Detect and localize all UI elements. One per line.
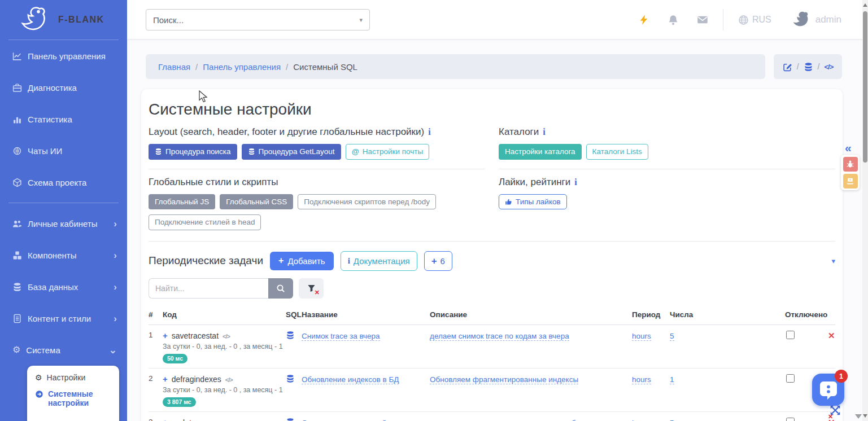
info-icon[interactable]: i	[543, 127, 545, 137]
scroll-down-arrow[interactable]	[863, 414, 867, 418]
submenu-item-system-settings[interactable]: Системные настройки	[35, 389, 111, 407]
page-scrollbar[interactable]	[862, 0, 868, 421]
chevron-down-icon: ⌄	[109, 345, 117, 355]
sql-icon[interactable]	[286, 418, 295, 421]
sidebar-item-database[interactable]: База данных ›	[0, 271, 127, 302]
task-desc-link[interactable]: сохраняем посещния pv в отдельную таблиц…	[430, 419, 615, 421]
sidebar-item-label: База данных	[28, 282, 78, 292]
code-page-icon[interactable]: </>	[824, 63, 833, 71]
debug-bug-button[interactable]	[843, 157, 858, 172]
chat-bubble-icon	[818, 380, 839, 400]
breadcrumb-separator: /	[286, 62, 288, 72]
task-code[interactable]: savetracestat	[172, 331, 219, 340]
task-desc-link[interactable]: Обновляем фрагментированные индексы	[430, 375, 578, 384]
action-separator: /	[818, 62, 820, 71]
sql-icon[interactable]	[286, 374, 295, 383]
user-menu[interactable]: admin	[791, 10, 841, 30]
catalog-settings-button[interactable]: Настройки каталога	[499, 144, 582, 160]
notifications-bell-icon[interactable]	[668, 14, 679, 25]
global-js-button[interactable]: Глобальный JS	[149, 194, 215, 210]
tasks-search-input[interactable]	[149, 278, 268, 299]
task-name-link[interactable]: Обновление индексов в БД	[302, 375, 399, 384]
sidebar-item-dashboard[interactable]: Панель управления	[0, 40, 127, 72]
catalogs-section-title: Каталоги	[499, 126, 539, 138]
action-separator: /	[797, 62, 799, 71]
task-code[interactable]: defragindexes	[172, 375, 221, 384]
task-period-link[interactable]: hours	[632, 332, 651, 341]
brand-header[interactable]: F-BLANK	[0, 0, 127, 40]
breadcrumb-dashboard-link[interactable]: Панель управления	[203, 62, 281, 72]
code-icon[interactable]: </>	[223, 333, 230, 340]
task-period-link[interactable]: hours	[632, 419, 651, 421]
sidebar-item-components[interactable]: Компоненты ›	[0, 239, 127, 271]
add-more-button[interactable]: + 6	[424, 251, 452, 271]
global-search-select[interactable]: Поиск... ▾	[146, 9, 370, 30]
sidebar-item-label: Панель управления	[28, 51, 106, 61]
table-row: 2 + defragindexes </> За сутки - 0, за н…	[149, 369, 835, 412]
task-disabled-checkbox[interactable]	[786, 331, 795, 339]
task-disabled-checkbox[interactable]	[786, 418, 795, 421]
scripts-before-body-button[interactable]: Подключения скриптов перед /body	[298, 194, 436, 210]
lightning-icon[interactable]	[638, 14, 649, 25]
expand-table-control[interactable]: ✕	[829, 404, 843, 419]
messages-envelope-icon[interactable]	[697, 14, 708, 25]
button-label: Добавить	[287, 256, 325, 266]
sidebar-item-content-styles[interactable]: Контент и стили ›	[0, 302, 127, 334]
console-laptop-button[interactable]	[843, 174, 858, 188]
row-number: 1	[149, 331, 163, 339]
getlayout-procedure-button[interactable]: Процедура GetLayout	[242, 144, 341, 160]
like-types-button[interactable]: Типы лайков	[499, 194, 567, 210]
task-disabled-checkbox[interactable]	[786, 374, 795, 383]
sidebar-item-statistics[interactable]: Статистика	[0, 103, 127, 135]
scrollbar-thumb[interactable]	[863, 11, 867, 163]
sidebar-item-personal-accounts[interactable]: Личные кабинеты ›	[0, 208, 127, 239]
clear-filter-button[interactable]: ✕	[299, 278, 324, 299]
at-icon: @	[352, 147, 359, 157]
global-css-button[interactable]: Глобальный CSS	[220, 194, 293, 210]
submenu-item-settings[interactable]: ⚙ Настройки	[35, 373, 111, 382]
catalog-lists-button[interactable]: Каталоги Lists	[586, 144, 648, 160]
sidebar-item-project-schema[interactable]: Схема проекта	[0, 166, 127, 198]
add-task-button[interactable]: + Добавить	[270, 252, 334, 270]
task-code[interactable]: updatepv	[172, 418, 204, 421]
code-icon[interactable]: </>	[225, 376, 233, 383]
collapse-panel-icon[interactable]: «	[845, 141, 852, 155]
task-count-link[interactable]: 5	[670, 419, 674, 421]
task-name-link[interactable]: Сохранение посещений в as_pv	[302, 419, 415, 421]
arrow-circle-right-icon	[35, 390, 43, 398]
sidebar-item-ai-chats[interactable]: Чаты ИИ	[0, 135, 127, 166]
task-name-link[interactable]: Снимок trace за вчера	[302, 332, 380, 341]
info-icon[interactable]: i	[428, 127, 430, 137]
page-action-bar: / / </>	[774, 54, 842, 79]
button-label: Типы лайков	[516, 197, 561, 207]
database-page-icon[interactable]	[804, 62, 813, 72]
plus-icon[interactable]: +	[163, 331, 168, 340]
tasks-header: Периодические задачи + Добавить i Докуме…	[149, 251, 835, 271]
task-desc-link[interactable]: делаем снимок trace по кодам за вчера	[430, 332, 569, 341]
sidebar-item-diagnostics[interactable]: Диагностика	[0, 72, 127, 103]
tasks-search-button[interactable]	[268, 278, 293, 299]
scroll-up-arrow[interactable]	[863, 3, 867, 7]
language-selector[interactable]: RUS	[738, 15, 771, 25]
sql-icon[interactable]	[286, 331, 295, 340]
chat-widget-button[interactable]: 1	[812, 374, 844, 406]
collapse-section-caret[interactable]: ▾	[831, 257, 835, 265]
plus-icon[interactable]: +	[163, 374, 168, 384]
database-icon	[155, 148, 162, 155]
styles-in-head-button[interactable]: Подключение стилей в head	[149, 214, 261, 230]
mail-settings-button[interactable]: @ Настройки почты	[346, 144, 430, 160]
task-count-link[interactable]: 5	[670, 332, 674, 341]
file-icon	[12, 314, 22, 323]
task-period-link[interactable]: hours	[632, 375, 651, 384]
plus-icon[interactable]: +	[163, 418, 168, 421]
info-icon[interactable]: i	[574, 177, 577, 187]
task-count-link[interactable]: 1	[670, 375, 674, 384]
search-procedure-button[interactable]: Процедура поиска	[149, 144, 237, 160]
sidebar-item-system[interactable]: ⚙ Система ⌄	[0, 334, 127, 366]
content-area: Главная / Панель управления / Системный …	[127, 40, 868, 421]
briefcase-icon	[12, 83, 22, 93]
breadcrumb-home-link[interactable]: Главная	[158, 62, 190, 72]
delete-task-button[interactable]: ✕	[828, 331, 835, 340]
documentation-button[interactable]: i Документация	[341, 251, 417, 271]
edit-page-icon[interactable]	[783, 62, 792, 72]
